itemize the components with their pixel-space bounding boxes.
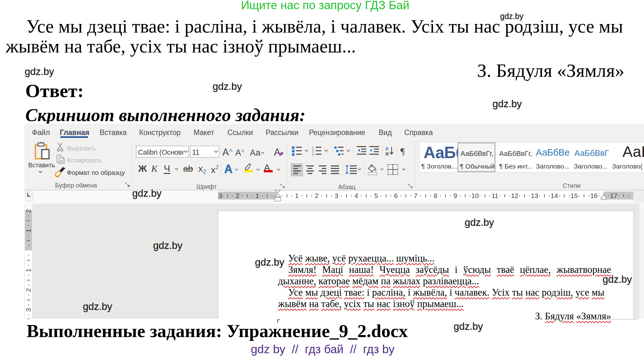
svg-text:14: 14 xyxy=(551,192,558,199)
svg-text:12: 12 xyxy=(511,192,518,199)
svg-text:1: 1 xyxy=(256,192,259,199)
svg-text:3: 3 xyxy=(218,192,222,199)
svg-text:1: 1 xyxy=(25,268,32,272)
svg-text:1: 1 xyxy=(295,192,299,199)
svg-text:2: 2 xyxy=(25,209,32,213)
svg-text:3: 3 xyxy=(25,308,32,312)
svg-text:4: 4 xyxy=(355,192,358,199)
svg-text:7: 7 xyxy=(414,192,418,199)
svg-text:10: 10 xyxy=(471,192,479,199)
svg-text:5: 5 xyxy=(374,192,378,199)
svg-text:16: 16 xyxy=(590,192,598,199)
svg-text:1: 1 xyxy=(25,229,32,233)
svg-text:11: 11 xyxy=(492,192,498,199)
svg-text:2: 2 xyxy=(315,192,319,199)
svg-text:2: 2 xyxy=(25,288,32,292)
svg-text:17: 17 xyxy=(610,192,617,199)
svg-text:9: 9 xyxy=(454,192,457,199)
svg-text:3: 3 xyxy=(335,192,338,199)
svg-text:2: 2 xyxy=(236,192,239,199)
svg-text:13: 13 xyxy=(531,192,538,199)
svg-text:15: 15 xyxy=(570,192,578,199)
svg-text:8: 8 xyxy=(434,192,437,199)
svg-text:6: 6 xyxy=(394,192,398,199)
